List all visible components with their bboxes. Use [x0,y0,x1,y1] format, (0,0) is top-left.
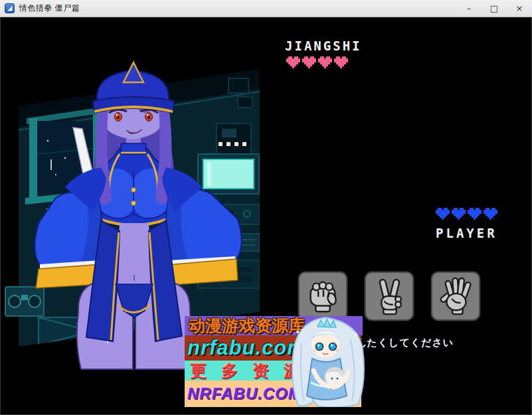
rock-button[interactable] [298,272,347,321]
heart-icon [468,208,482,220]
heart-icon [318,56,332,68]
maximize-button[interactable]: □ [482,0,507,17]
watermark-anime-girl [284,316,368,407]
minimize-button[interactable]: – [456,0,482,17]
close-button[interactable]: × [507,0,532,17]
window-title: 情色猜拳 僵尸篇 [19,3,80,14]
paper-hand-icon [435,276,476,317]
heart-icon [302,56,316,68]
heart-icon [452,208,466,220]
heart-icon [484,208,497,220]
scissors-button[interactable] [365,272,414,321]
hand-choice-row [298,272,480,321]
fist-icon [302,276,343,317]
heart-icon [286,56,300,68]
paper-button[interactable] [431,272,480,321]
titlebar: 情色猜拳 僵尸篇 – □ × [0,0,532,17]
player-name-label: PLAYER [436,226,497,240]
game-window: 情色猜拳 僵尸篇 – □ × JIANGSHI PLAYER んたくしてください… [0,0,532,415]
scissors-hand-icon [369,276,410,317]
selection-prompt: んたくしてください [356,337,454,349]
enemy-name-label: JIANGSHI [285,39,362,53]
watermark-banner: 动漫游戏资源库 nrfabu.com 更多资源 NRFABU.COM [185,316,359,407]
app-icon[interactable] [5,3,15,13]
boombox-prop [5,287,44,316]
heart-icon [436,208,450,220]
player-health-hearts [436,208,497,220]
enemy-health-hearts [286,56,348,68]
heart-icon [334,56,348,68]
